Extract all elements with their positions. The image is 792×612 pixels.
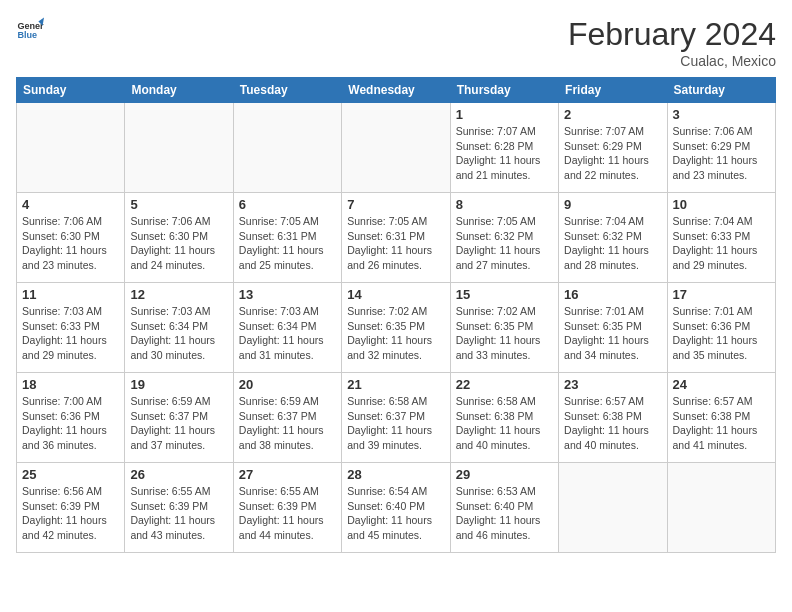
day-cell: 18Sunrise: 7:00 AM Sunset: 6:36 PM Dayli… bbox=[17, 373, 125, 463]
day-info: Sunrise: 7:02 AM Sunset: 6:35 PM Dayligh… bbox=[347, 304, 444, 363]
day-info: Sunrise: 7:07 AM Sunset: 6:28 PM Dayligh… bbox=[456, 124, 553, 183]
day-number: 25 bbox=[22, 467, 119, 482]
day-cell: 1Sunrise: 7:07 AM Sunset: 6:28 PM Daylig… bbox=[450, 103, 558, 193]
day-cell: 17Sunrise: 7:01 AM Sunset: 6:36 PM Dayli… bbox=[667, 283, 775, 373]
day-cell: 9Sunrise: 7:04 AM Sunset: 6:32 PM Daylig… bbox=[559, 193, 667, 283]
day-cell: 13Sunrise: 7:03 AM Sunset: 6:34 PM Dayli… bbox=[233, 283, 341, 373]
calendar-table: SundayMondayTuesdayWednesdayThursdayFrid… bbox=[16, 77, 776, 553]
logo: General Blue bbox=[16, 16, 44, 44]
day-number: 29 bbox=[456, 467, 553, 482]
day-cell bbox=[342, 103, 450, 193]
weekday-monday: Monday bbox=[125, 78, 233, 103]
day-info: Sunrise: 7:02 AM Sunset: 6:35 PM Dayligh… bbox=[456, 304, 553, 363]
day-info: Sunrise: 7:06 AM Sunset: 6:29 PM Dayligh… bbox=[673, 124, 770, 183]
day-cell: 7Sunrise: 7:05 AM Sunset: 6:31 PM Daylig… bbox=[342, 193, 450, 283]
day-number: 20 bbox=[239, 377, 336, 392]
day-cell: 24Sunrise: 6:57 AM Sunset: 6:38 PM Dayli… bbox=[667, 373, 775, 463]
location: Cualac, Mexico bbox=[568, 53, 776, 69]
day-info: Sunrise: 7:04 AM Sunset: 6:32 PM Dayligh… bbox=[564, 214, 661, 273]
day-info: Sunrise: 6:57 AM Sunset: 6:38 PM Dayligh… bbox=[673, 394, 770, 453]
day-cell: 11Sunrise: 7:03 AM Sunset: 6:33 PM Dayli… bbox=[17, 283, 125, 373]
day-cell bbox=[559, 463, 667, 553]
day-number: 15 bbox=[456, 287, 553, 302]
day-info: Sunrise: 6:54 AM Sunset: 6:40 PM Dayligh… bbox=[347, 484, 444, 543]
logo-icon: General Blue bbox=[16, 16, 44, 44]
day-number: 5 bbox=[130, 197, 227, 212]
day-cell: 5Sunrise: 7:06 AM Sunset: 6:30 PM Daylig… bbox=[125, 193, 233, 283]
day-info: Sunrise: 7:07 AM Sunset: 6:29 PM Dayligh… bbox=[564, 124, 661, 183]
day-cell: 6Sunrise: 7:05 AM Sunset: 6:31 PM Daylig… bbox=[233, 193, 341, 283]
day-cell bbox=[233, 103, 341, 193]
month-title: February 2024 bbox=[568, 16, 776, 53]
day-info: Sunrise: 7:03 AM Sunset: 6:34 PM Dayligh… bbox=[130, 304, 227, 363]
page-header: General Blue February 2024 Cualac, Mexic… bbox=[16, 16, 776, 69]
day-info: Sunrise: 6:55 AM Sunset: 6:39 PM Dayligh… bbox=[130, 484, 227, 543]
day-number: 1 bbox=[456, 107, 553, 122]
day-number: 4 bbox=[22, 197, 119, 212]
day-cell bbox=[125, 103, 233, 193]
day-cell: 12Sunrise: 7:03 AM Sunset: 6:34 PM Dayli… bbox=[125, 283, 233, 373]
day-info: Sunrise: 7:00 AM Sunset: 6:36 PM Dayligh… bbox=[22, 394, 119, 453]
day-number: 12 bbox=[130, 287, 227, 302]
day-cell: 16Sunrise: 7:01 AM Sunset: 6:35 PM Dayli… bbox=[559, 283, 667, 373]
day-number: 18 bbox=[22, 377, 119, 392]
day-info: Sunrise: 6:55 AM Sunset: 6:39 PM Dayligh… bbox=[239, 484, 336, 543]
day-cell: 21Sunrise: 6:58 AM Sunset: 6:37 PM Dayli… bbox=[342, 373, 450, 463]
day-cell: 8Sunrise: 7:05 AM Sunset: 6:32 PM Daylig… bbox=[450, 193, 558, 283]
day-info: Sunrise: 7:06 AM Sunset: 6:30 PM Dayligh… bbox=[130, 214, 227, 273]
day-cell: 2Sunrise: 7:07 AM Sunset: 6:29 PM Daylig… bbox=[559, 103, 667, 193]
day-info: Sunrise: 7:04 AM Sunset: 6:33 PM Dayligh… bbox=[673, 214, 770, 273]
day-cell: 23Sunrise: 6:57 AM Sunset: 6:38 PM Dayli… bbox=[559, 373, 667, 463]
day-info: Sunrise: 6:56 AM Sunset: 6:39 PM Dayligh… bbox=[22, 484, 119, 543]
day-info: Sunrise: 6:59 AM Sunset: 6:37 PM Dayligh… bbox=[239, 394, 336, 453]
week-row-2: 11Sunrise: 7:03 AM Sunset: 6:33 PM Dayli… bbox=[17, 283, 776, 373]
day-info: Sunrise: 6:53 AM Sunset: 6:40 PM Dayligh… bbox=[456, 484, 553, 543]
day-info: Sunrise: 7:03 AM Sunset: 6:33 PM Dayligh… bbox=[22, 304, 119, 363]
weekday-friday: Friday bbox=[559, 78, 667, 103]
svg-text:Blue: Blue bbox=[17, 30, 37, 40]
day-info: Sunrise: 6:58 AM Sunset: 6:38 PM Dayligh… bbox=[456, 394, 553, 453]
day-info: Sunrise: 6:59 AM Sunset: 6:37 PM Dayligh… bbox=[130, 394, 227, 453]
day-cell: 10Sunrise: 7:04 AM Sunset: 6:33 PM Dayli… bbox=[667, 193, 775, 283]
weekday-sunday: Sunday bbox=[17, 78, 125, 103]
day-number: 27 bbox=[239, 467, 336, 482]
day-info: Sunrise: 7:01 AM Sunset: 6:36 PM Dayligh… bbox=[673, 304, 770, 363]
day-number: 19 bbox=[130, 377, 227, 392]
week-row-0: 1Sunrise: 7:07 AM Sunset: 6:28 PM Daylig… bbox=[17, 103, 776, 193]
day-cell: 3Sunrise: 7:06 AM Sunset: 6:29 PM Daylig… bbox=[667, 103, 775, 193]
weekday-tuesday: Tuesday bbox=[233, 78, 341, 103]
day-number: 8 bbox=[456, 197, 553, 212]
day-cell: 28Sunrise: 6:54 AM Sunset: 6:40 PM Dayli… bbox=[342, 463, 450, 553]
day-number: 17 bbox=[673, 287, 770, 302]
week-row-3: 18Sunrise: 7:00 AM Sunset: 6:36 PM Dayli… bbox=[17, 373, 776, 463]
day-info: Sunrise: 6:57 AM Sunset: 6:38 PM Dayligh… bbox=[564, 394, 661, 453]
day-cell: 19Sunrise: 6:59 AM Sunset: 6:37 PM Dayli… bbox=[125, 373, 233, 463]
day-number: 24 bbox=[673, 377, 770, 392]
day-cell: 14Sunrise: 7:02 AM Sunset: 6:35 PM Dayli… bbox=[342, 283, 450, 373]
day-cell: 4Sunrise: 7:06 AM Sunset: 6:30 PM Daylig… bbox=[17, 193, 125, 283]
day-cell: 29Sunrise: 6:53 AM Sunset: 6:40 PM Dayli… bbox=[450, 463, 558, 553]
weekday-saturday: Saturday bbox=[667, 78, 775, 103]
day-number: 16 bbox=[564, 287, 661, 302]
calendar-body: 1Sunrise: 7:07 AM Sunset: 6:28 PM Daylig… bbox=[17, 103, 776, 553]
day-info: Sunrise: 7:01 AM Sunset: 6:35 PM Dayligh… bbox=[564, 304, 661, 363]
weekday-header-row: SundayMondayTuesdayWednesdayThursdayFrid… bbox=[17, 78, 776, 103]
day-number: 11 bbox=[22, 287, 119, 302]
day-number: 28 bbox=[347, 467, 444, 482]
day-info: Sunrise: 7:03 AM Sunset: 6:34 PM Dayligh… bbox=[239, 304, 336, 363]
day-info: Sunrise: 7:05 AM Sunset: 6:31 PM Dayligh… bbox=[239, 214, 336, 273]
day-number: 10 bbox=[673, 197, 770, 212]
day-info: Sunrise: 7:05 AM Sunset: 6:31 PM Dayligh… bbox=[347, 214, 444, 273]
day-cell: 20Sunrise: 6:59 AM Sunset: 6:37 PM Dayli… bbox=[233, 373, 341, 463]
day-cell: 25Sunrise: 6:56 AM Sunset: 6:39 PM Dayli… bbox=[17, 463, 125, 553]
day-cell: 26Sunrise: 6:55 AM Sunset: 6:39 PM Dayli… bbox=[125, 463, 233, 553]
day-cell bbox=[667, 463, 775, 553]
day-cell: 22Sunrise: 6:58 AM Sunset: 6:38 PM Dayli… bbox=[450, 373, 558, 463]
day-number: 22 bbox=[456, 377, 553, 392]
day-cell bbox=[17, 103, 125, 193]
day-info: Sunrise: 6:58 AM Sunset: 6:37 PM Dayligh… bbox=[347, 394, 444, 453]
day-info: Sunrise: 7:05 AM Sunset: 6:32 PM Dayligh… bbox=[456, 214, 553, 273]
week-row-1: 4Sunrise: 7:06 AM Sunset: 6:30 PM Daylig… bbox=[17, 193, 776, 283]
weekday-thursday: Thursday bbox=[450, 78, 558, 103]
day-number: 2 bbox=[564, 107, 661, 122]
